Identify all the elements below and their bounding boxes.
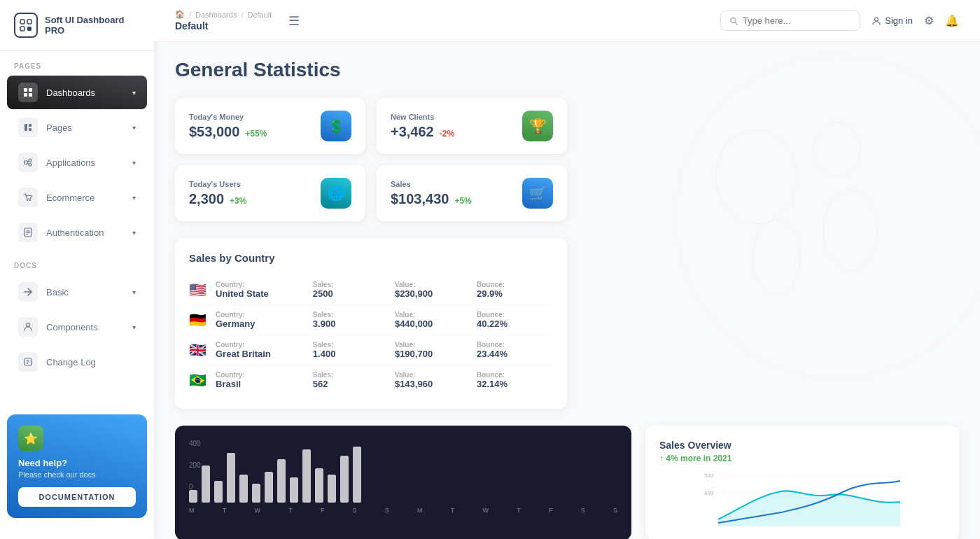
bar-chart-x-labels: M T W T F S S M T W T F	[189, 507, 617, 514]
stat-sales-change: +5%	[454, 196, 471, 206]
sales-gb: Sales: 1.400	[313, 341, 389, 359]
svg-point-27	[731, 18, 736, 22]
applications-chevron: ▾	[132, 159, 136, 167]
sidebar-item-applications[interactable]: Applications ▾	[7, 146, 147, 179]
breadcrumb-dashboards[interactable]: Dashboards	[195, 10, 237, 19]
dashboards-icon	[18, 83, 38, 102]
stat-card-users: Today's Users 2,300 +3% 🌐	[175, 165, 365, 221]
applications-icon	[18, 153, 38, 172]
line-chart: 500 400	[659, 470, 945, 526]
help-subtitle: Please check our docs	[18, 470, 136, 479]
sign-in-action[interactable]: Sign in	[872, 15, 913, 26]
up-arrow-icon: ↑	[659, 454, 664, 463]
svg-rect-8	[24, 124, 27, 131]
documentation-button[interactable]: DOCUMENTATION	[18, 487, 136, 507]
stat-users-value: 2,300	[189, 191, 224, 207]
sidebar-help-card: ⭐ Need help? Please check our docs DOCUM…	[7, 414, 147, 518]
components-label: Components	[46, 322, 98, 332]
table-row: 🇺🇸 Country: United State Sales: 2500 Val…	[189, 275, 553, 305]
app-name: Soft UI Dashboard PRO	[45, 15, 140, 36]
stat-money-label: Today's Money	[189, 113, 267, 121]
authentication-chevron: ▾	[132, 229, 136, 237]
bar-item	[340, 456, 349, 503]
svg-point-16	[27, 200, 28, 201]
table-row: 🇩🇪 Country: Germany Sales: 3.900 Value: …	[189, 305, 553, 335]
svg-point-13	[29, 163, 31, 166]
bar-item	[302, 449, 311, 503]
breadcrumb-current: Default	[247, 10, 272, 19]
header: 🏠 / Dashboards / Default Default ☰	[154, 0, 980, 42]
sidebar-item-pages[interactable]: Pages ▾	[7, 111, 147, 144]
basic-chevron: ▾	[132, 288, 136, 296]
sidebar-item-dashboards[interactable]: Dashboards ▾	[7, 76, 147, 109]
flag-br: 🇧🇷	[189, 372, 210, 388]
basic-icon	[18, 282, 38, 302]
bar-item	[214, 481, 223, 503]
stat-sales-info: Sales $103,430 +5%	[391, 180, 472, 207]
ecommerce-chevron: ▾	[132, 194, 136, 202]
stat-money-icon: 💲	[321, 111, 351, 141]
stat-sales-icon: 🛒	[522, 178, 553, 209]
value-de: Value: $440,000	[395, 311, 471, 329]
value-gb: Value: $190,700	[395, 341, 471, 359]
search-input[interactable]	[743, 15, 851, 26]
stats-grid: Today's Money $53,000 +55% 💲 New Clients…	[175, 98, 567, 221]
bar-chart-card: 400 200 0 M T W T F	[175, 426, 631, 539]
bar-item	[315, 468, 323, 503]
breadcrumb-path: 🏠 / Dashboards / Default	[175, 10, 272, 19]
stat-card-clients: New Clients +3,462 -2% 🏆	[377, 98, 567, 154]
flag-gb: 🇬🇧	[189, 342, 210, 358]
svg-rect-6	[24, 93, 27, 97]
country-de-info: Country: Germany	[216, 311, 307, 329]
sales-de: Sales: 3.900	[313, 311, 389, 329]
svg-rect-1	[27, 20, 31, 24]
sidebar-item-authentication[interactable]: Authentication ▾	[7, 216, 147, 249]
help-star-badge: ⭐	[18, 426, 43, 451]
stat-card-money: Today's Money $53,000 +55% 💲	[175, 98, 365, 154]
sales-br: Sales: 562	[313, 371, 389, 389]
bar-chart	[189, 440, 617, 503]
stat-clients-label: New Clients	[391, 113, 454, 121]
bar-item	[202, 465, 210, 503]
svg-text:500: 500	[704, 472, 714, 479]
sidebar-docs-section: DOCS Basic ▾ Components ▾	[0, 251, 154, 380]
sidebar-item-basic[interactable]: Basic ▾	[7, 275, 147, 309]
svg-rect-7	[29, 93, 32, 97]
stat-clients-value: +3,462	[391, 124, 434, 140]
components-chevron: ▾	[132, 323, 136, 331]
pages-label: Pages	[46, 122, 72, 133]
sales-overview-subtitle: ↑ 4% more in 2021	[659, 454, 945, 463]
svg-rect-3	[27, 27, 31, 31]
country-gb-info: Country: Great Britain	[216, 341, 307, 359]
svg-rect-10	[29, 128, 31, 131]
bounce-de: Bounce: 40.22%	[477, 311, 553, 329]
table-row: 🇧🇷 Country: Brasil Sales: 562 Value: $14…	[189, 365, 553, 395]
bar-item	[189, 490, 197, 503]
country-br-info: Country: Brasil	[216, 371, 307, 389]
dashboards-chevron: ▾	[132, 89, 136, 97]
sidebar-item-changelog[interactable]: Change Log	[7, 345, 147, 379]
home-icon: 🏠	[175, 10, 185, 19]
dashboards-label: Dashboards	[46, 88, 95, 98]
hamburger-menu[interactable]: ☰	[288, 13, 300, 29]
flag-us: 🇺🇸	[189, 281, 210, 298]
flag-de: 🇩🇪	[189, 312, 210, 328]
search-box[interactable]	[720, 10, 860, 31]
bell-icon[interactable]: 🔔	[945, 14, 959, 27]
basic-label: Basic	[46, 287, 69, 298]
changelog-icon	[18, 352, 38, 372]
search-icon	[729, 16, 738, 26]
value-us: Value: $230,900	[395, 281, 471, 299]
stat-users-icon: 🌐	[321, 178, 351, 209]
stat-users-info: Today's Users 2,300 +3%	[189, 180, 246, 207]
stat-users-label: Today's Users	[189, 180, 246, 188]
sales-overview-title: Sales Overview	[659, 440, 945, 451]
svg-rect-5	[29, 88, 32, 92]
authentication-icon	[18, 223, 38, 242]
sidebar-item-components[interactable]: Components ▾	[7, 310, 147, 344]
gear-icon[interactable]: ⚙	[924, 14, 934, 27]
stat-sales-label: Sales	[391, 180, 472, 188]
svg-point-29	[875, 18, 878, 21]
stat-clients-info: New Clients +3,462 -2%	[391, 113, 454, 140]
sidebar-item-ecommerce[interactable]: Ecommerce ▾	[7, 181, 147, 214]
